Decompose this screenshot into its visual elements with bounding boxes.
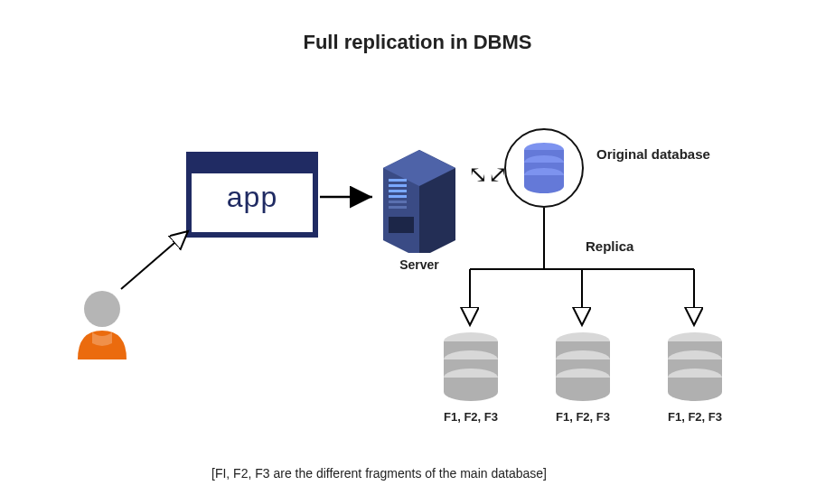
svg-line-23 (121, 231, 188, 289)
arrows-layer (0, 0, 835, 504)
